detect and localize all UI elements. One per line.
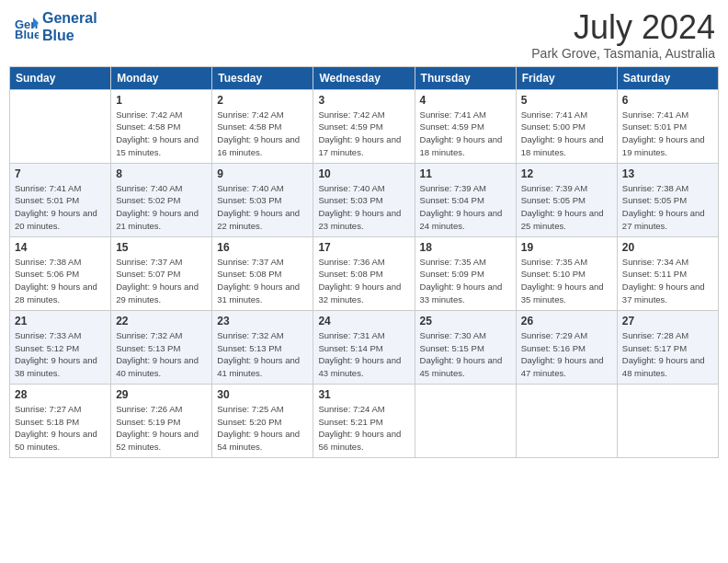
calendar-cell: 9Sunrise: 7:40 AM Sunset: 5:03 PM Daylig…: [212, 163, 313, 236]
day-info: Sunrise: 7:40 AM Sunset: 5:02 PM Dayligh…: [116, 182, 207, 233]
calendar-cell: 15Sunrise: 7:37 AM Sunset: 5:07 PM Dayli…: [111, 236, 212, 310]
calendar-header-row: SundayMondayTuesdayWednesdayThursdayFrid…: [10, 66, 719, 89]
calendar-cell: 20Sunrise: 7:34 AM Sunset: 5:11 PM Dayli…: [617, 236, 718, 310]
day-info: Sunrise: 7:29 AM Sunset: 5:16 PM Dayligh…: [521, 329, 612, 380]
day-number: 4: [420, 94, 511, 107]
calendar-cell: 1Sunrise: 7:42 AM Sunset: 4:58 PM Daylig…: [111, 89, 212, 163]
day-info: Sunrise: 7:41 AM Sunset: 5:00 PM Dayligh…: [521, 109, 612, 159]
day-number: 9: [217, 167, 308, 180]
day-number: 14: [15, 241, 106, 254]
calendar-cell: 8Sunrise: 7:40 AM Sunset: 5:02 PM Daylig…: [111, 163, 212, 236]
day-number: 15: [116, 241, 207, 254]
day-info: Sunrise: 7:38 AM Sunset: 5:05 PM Dayligh…: [622, 182, 713, 233]
month-title: July 2024: [531, 9, 715, 46]
week-row-2: 7Sunrise: 7:41 AM Sunset: 5:01 PM Daylig…: [10, 163, 719, 236]
header-thursday: Thursday: [415, 66, 516, 89]
day-info: Sunrise: 7:37 AM Sunset: 5:07 PM Dayligh…: [116, 256, 207, 306]
header-wednesday: Wednesday: [313, 66, 415, 89]
day-number: 17: [318, 241, 409, 254]
calendar-cell: 22Sunrise: 7:32 AM Sunset: 5:13 PM Dayli…: [111, 310, 212, 384]
day-number: 19: [521, 241, 612, 254]
day-number: 5: [521, 94, 612, 107]
calendar-cell: 13Sunrise: 7:38 AM Sunset: 5:05 PM Dayli…: [617, 163, 718, 236]
day-number: 16: [217, 241, 308, 254]
calendar-cell: 31Sunrise: 7:24 AM Sunset: 5:21 PM Dayli…: [313, 384, 415, 457]
location: Park Grove, Tasmania, Australia: [531, 46, 715, 61]
day-number: 11: [420, 167, 511, 180]
day-number: 28: [15, 388, 106, 401]
day-info: Sunrise: 7:30 AM Sunset: 5:15 PM Dayligh…: [420, 329, 511, 380]
day-number: 26: [521, 315, 612, 327]
day-number: 27: [622, 315, 713, 327]
day-number: 10: [318, 167, 409, 180]
calendar-cell: 4Sunrise: 7:41 AM Sunset: 4:59 PM Daylig…: [415, 89, 516, 163]
day-info: Sunrise: 7:42 AM Sunset: 4:58 PM Dayligh…: [116, 109, 207, 159]
day-info: Sunrise: 7:33 AM Sunset: 5:12 PM Dayligh…: [15, 329, 106, 380]
week-row-1: 1Sunrise: 7:42 AM Sunset: 4:58 PM Daylig…: [10, 89, 719, 163]
calendar-cell: 5Sunrise: 7:41 AM Sunset: 5:00 PM Daylig…: [516, 89, 617, 163]
day-number: 7: [15, 167, 106, 180]
day-number: 8: [116, 167, 207, 180]
calendar-cell: 29Sunrise: 7:26 AM Sunset: 5:19 PM Dayli…: [111, 384, 212, 457]
day-info: Sunrise: 7:32 AM Sunset: 5:13 PM Dayligh…: [116, 329, 207, 380]
day-number: 21: [15, 315, 106, 327]
day-info: Sunrise: 7:28 AM Sunset: 5:17 PM Dayligh…: [622, 329, 713, 380]
calendar-cell: 26Sunrise: 7:29 AM Sunset: 5:16 PM Dayli…: [516, 310, 617, 384]
day-info: Sunrise: 7:41 AM Sunset: 5:01 PM Dayligh…: [622, 109, 713, 159]
day-number: 29: [116, 388, 207, 401]
day-number: 23: [217, 315, 308, 327]
day-number: 25: [420, 315, 511, 327]
day-info: Sunrise: 7:42 AM Sunset: 4:58 PM Dayligh…: [217, 109, 308, 159]
calendar-cell: 14Sunrise: 7:38 AM Sunset: 5:06 PM Dayli…: [10, 236, 111, 310]
calendar-cell: 21Sunrise: 7:33 AM Sunset: 5:12 PM Dayli…: [10, 310, 111, 384]
day-number: 18: [420, 241, 511, 254]
calendar-cell: 24Sunrise: 7:31 AM Sunset: 5:14 PM Dayli…: [313, 310, 415, 384]
header-monday: Monday: [111, 66, 212, 89]
calendar-table: SundayMondayTuesdayWednesdayThursdayFrid…: [9, 66, 719, 458]
calendar-cell: 12Sunrise: 7:39 AM Sunset: 5:05 PM Dayli…: [516, 163, 617, 236]
calendar-cell: 2Sunrise: 7:42 AM Sunset: 4:58 PM Daylig…: [212, 89, 313, 163]
page-header: General Blue GeneralBlue July 2024 Park …: [9, 9, 719, 61]
day-number: 2: [217, 94, 308, 107]
calendar-cell: 7Sunrise: 7:41 AM Sunset: 5:01 PM Daylig…: [10, 163, 111, 236]
day-info: Sunrise: 7:31 AM Sunset: 5:14 PM Dayligh…: [318, 329, 409, 380]
day-info: Sunrise: 7:40 AM Sunset: 5:03 PM Dayligh…: [217, 182, 308, 233]
calendar-cell: [10, 89, 111, 163]
calendar-cell: 30Sunrise: 7:25 AM Sunset: 5:20 PM Dayli…: [212, 384, 313, 457]
day-info: Sunrise: 7:42 AM Sunset: 4:59 PM Dayligh…: [318, 109, 409, 159]
day-number: 31: [318, 388, 409, 401]
day-info: Sunrise: 7:25 AM Sunset: 5:20 PM Dayligh…: [217, 403, 308, 454]
header-tuesday: Tuesday: [212, 66, 313, 89]
logo-text: GeneralBlue: [42, 9, 97, 44]
day-number: 6: [622, 94, 713, 107]
header-saturday: Saturday: [617, 66, 718, 89]
day-info: Sunrise: 7:41 AM Sunset: 5:01 PM Dayligh…: [15, 182, 106, 233]
day-info: Sunrise: 7:39 AM Sunset: 5:05 PM Dayligh…: [521, 182, 612, 233]
calendar-cell: 6Sunrise: 7:41 AM Sunset: 5:01 PM Daylig…: [617, 89, 718, 163]
day-info: Sunrise: 7:40 AM Sunset: 5:03 PM Dayligh…: [318, 182, 409, 233]
calendar-cell: 17Sunrise: 7:36 AM Sunset: 5:08 PM Dayli…: [313, 236, 415, 310]
day-number: 13: [622, 167, 713, 180]
svg-text:Blue: Blue: [15, 28, 39, 40]
calendar-cell: 23Sunrise: 7:32 AM Sunset: 5:13 PM Dayli…: [212, 310, 313, 384]
day-number: 3: [318, 94, 409, 107]
day-info: Sunrise: 7:24 AM Sunset: 5:21 PM Dayligh…: [318, 403, 409, 454]
day-info: Sunrise: 7:41 AM Sunset: 4:59 PM Dayligh…: [420, 109, 511, 159]
logo: General Blue GeneralBlue: [13, 9, 97, 44]
day-info: Sunrise: 7:35 AM Sunset: 5:10 PM Dayligh…: [521, 256, 612, 306]
calendar-cell: 25Sunrise: 7:30 AM Sunset: 5:15 PM Dayli…: [415, 310, 516, 384]
header-friday: Friday: [516, 66, 617, 89]
calendar-cell: 10Sunrise: 7:40 AM Sunset: 5:03 PM Dayli…: [313, 163, 415, 236]
day-info: Sunrise: 7:38 AM Sunset: 5:06 PM Dayligh…: [15, 256, 106, 306]
day-info: Sunrise: 7:35 AM Sunset: 5:09 PM Dayligh…: [420, 256, 511, 306]
day-info: Sunrise: 7:27 AM Sunset: 5:18 PM Dayligh…: [15, 403, 106, 454]
calendar-cell: 11Sunrise: 7:39 AM Sunset: 5:04 PM Dayli…: [415, 163, 516, 236]
day-number: 20: [622, 241, 713, 254]
day-number: 12: [521, 167, 612, 180]
calendar-cell: 19Sunrise: 7:35 AM Sunset: 5:10 PM Dayli…: [516, 236, 617, 310]
day-number: 24: [318, 315, 409, 327]
calendar-cell: 28Sunrise: 7:27 AM Sunset: 5:18 PM Dayli…: [10, 384, 111, 457]
calendar-cell: [516, 384, 617, 457]
title-block: July 2024 Park Grove, Tasmania, Australi…: [531, 9, 715, 61]
calendar-cell: 16Sunrise: 7:37 AM Sunset: 5:08 PM Dayli…: [212, 236, 313, 310]
